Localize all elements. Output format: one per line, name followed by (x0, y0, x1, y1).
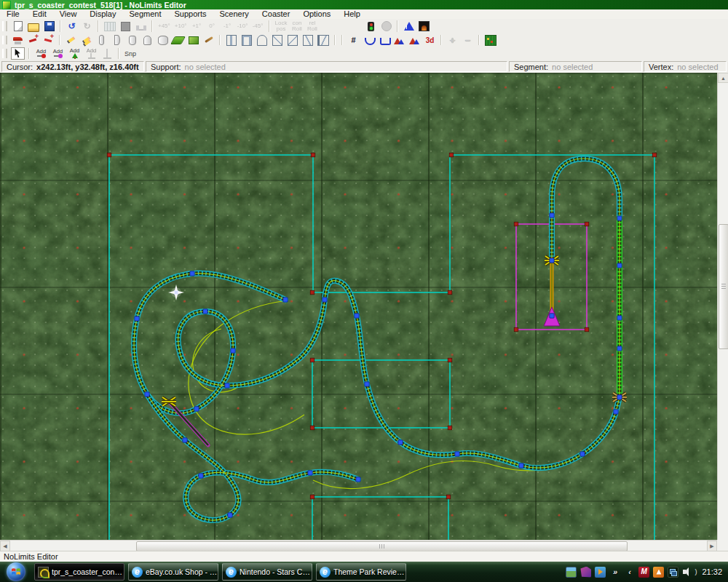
horizontal-scrollbar[interactable]: ◀ ▶ (0, 540, 717, 551)
task-nintendo[interactable]: Nintendo - Stars Cat... (222, 563, 312, 581)
add-support-button[interactable]: Add (84, 47, 99, 60)
angle-minus1-button[interactable]: -1° (221, 20, 234, 33)
track-vertex[interactable] (550, 314, 554, 318)
track-vertex[interactable] (550, 258, 554, 263)
support-tool-button[interactable] (100, 47, 114, 60)
station-piece-button[interactable] (11, 34, 25, 47)
track-vertex[interactable] (455, 452, 459, 456)
open-file-button[interactable] (26, 20, 41, 33)
angle-minus45-button[interactable]: -45° (251, 20, 265, 33)
scroll-left-button[interactable]: ◀ (0, 541, 10, 551)
boundary-handle[interactable] (448, 426, 452, 430)
add-red-vertex-button[interactable]: Add (33, 47, 49, 60)
track-vertex[interactable] (398, 440, 403, 445)
sharp-curve-button[interactable] (377, 34, 391, 47)
track-vertex[interactable] (550, 213, 554, 218)
menu-options[interactable]: Options (296, 9, 337, 19)
task-nolimits-editor[interactable]: tpr_s_coaster_conte... (34, 563, 124, 581)
flat-color-button[interactable] (119, 20, 132, 33)
snap-toggle-button[interactable]: Snp (123, 47, 138, 60)
segment-straight-button[interactable] (95, 34, 108, 47)
support-flanged-button[interactable] (316, 34, 331, 47)
view-3d-button[interactable]: 3d (423, 34, 437, 47)
angle-plus45-button[interactable]: +45° (157, 20, 172, 33)
boundary-handle[interactable] (310, 495, 314, 499)
track-vertex[interactable] (308, 471, 312, 475)
editor-canvas[interactable] (0, 73, 717, 540)
antivirus-tray-icon[interactable] (638, 566, 650, 578)
lock-pos-button[interactable]: Lockpos (274, 20, 289, 33)
track-vertex[interactable] (355, 314, 359, 318)
raise-terrain-button[interactable] (392, 34, 406, 47)
menu-edit[interactable]: Edit (26, 9, 53, 19)
segment-barrel-button[interactable] (156, 34, 170, 47)
lower-terrain-button[interactable] (408, 34, 422, 47)
track-vertex[interactable] (190, 271, 194, 276)
taskbar-clock[interactable]: 21:32 (702, 567, 722, 576)
boundary-handle[interactable] (311, 153, 315, 157)
track-vertex[interactable] (194, 407, 199, 411)
track-vertex[interactable] (225, 383, 229, 388)
add-tree-button[interactable]: Add (67, 47, 82, 60)
menu-file[interactable]: File (0, 9, 26, 19)
menu-segment[interactable]: Segment (122, 9, 167, 19)
relative-roll-button[interactable]: relRoll (305, 20, 319, 33)
boundary-handle[interactable] (107, 153, 111, 157)
top-view-plan[interactable] (0, 73, 717, 540)
tunnel-test-button[interactable] (417, 20, 431, 33)
boundary-handle[interactable] (310, 358, 314, 362)
support-angled-button[interactable] (301, 34, 314, 47)
track-vertex[interactable] (356, 477, 360, 482)
continuous-roll-button[interactable]: conRoll (290, 20, 304, 33)
track-vertex[interactable] (231, 348, 235, 353)
start-button[interactable] (7, 562, 25, 581)
select-tool-button[interactable] (11, 47, 25, 60)
green-block-button[interactable] (186, 34, 200, 47)
track-vertex[interactable] (203, 309, 207, 314)
boundary-handle[interactable] (449, 153, 454, 157)
support-frame-button[interactable] (240, 34, 253, 47)
boundary-handle[interactable] (514, 327, 518, 332)
vertical-scrollbar[interactable]: ▲ ▼ (717, 73, 728, 551)
simulation-run-button[interactable] (364, 20, 378, 33)
boundary-handle[interactable] (448, 290, 452, 295)
network-tray-icon[interactable] (667, 566, 679, 578)
track-vertex[interactable] (283, 298, 288, 302)
track-handles-button[interactable] (134, 20, 148, 33)
track-ties-button[interactable]: # (347, 34, 360, 47)
toolbar-grip[interactable] (2, 21, 7, 31)
track-vertex[interactable] (617, 395, 622, 399)
eraser-wedge-button[interactable] (171, 34, 185, 47)
track-vertex[interactable] (323, 298, 327, 302)
menu-display[interactable]: Display (83, 9, 122, 19)
track-vertex[interactable] (135, 316, 139, 321)
support-column-button[interactable] (224, 34, 238, 47)
track-vertex[interactable] (519, 463, 523, 468)
scheduler-tray-icon[interactable] (652, 566, 665, 578)
edit-double-spline-button[interactable] (79, 34, 93, 47)
add-track-segment-button[interactable] (26, 34, 40, 47)
terrain-editor-button[interactable] (483, 34, 498, 47)
wood-stick-button[interactable] (202, 34, 215, 47)
angle-zero-button[interactable]: 0° (205, 20, 219, 33)
track-vertex[interactable] (145, 392, 149, 396)
track-vertex[interactable] (580, 452, 585, 456)
add-track-segment-alt-button[interactable] (41, 34, 55, 47)
boundary-handle[interactable] (310, 290, 314, 295)
smooth-curve-button[interactable] (362, 34, 376, 47)
display-settings-tray-icon[interactable] (565, 566, 577, 578)
support-arc-button[interactable] (255, 34, 269, 47)
toolbar-grip[interactable] (2, 36, 7, 45)
new-file-button[interactable] (11, 20, 25, 33)
menu-supports[interactable]: Supports (167, 9, 213, 19)
toolbar-grip[interactable] (2, 49, 7, 58)
zoom-out-button[interactable]: − (461, 34, 475, 47)
media-player-tray-icon[interactable] (594, 566, 606, 578)
vertical-scroll-thumb[interactable] (719, 224, 728, 349)
menu-help[interactable]: Help (337, 9, 367, 19)
segment-curved-button[interactable] (110, 34, 124, 47)
support-brace-alt-button[interactable] (285, 34, 299, 47)
add-magenta-vertex-button[interactable]: Add (50, 47, 66, 60)
edit-spline-button[interactable] (64, 34, 78, 47)
messenger-tray-icon[interactable] (579, 566, 592, 578)
